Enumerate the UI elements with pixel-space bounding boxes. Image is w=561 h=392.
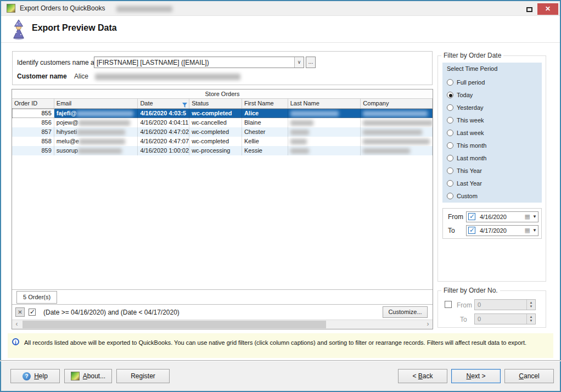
column-header-company[interactable]: Company bbox=[361, 99, 433, 108]
column-header-last-name[interactable]: Last Name bbox=[288, 99, 361, 108]
date-from-picker[interactable]: 4/16/2020 ▦ ▼ bbox=[466, 211, 538, 222]
orderno-to-spinner[interactable]: 0 ▲▼ bbox=[474, 313, 536, 324]
radio-button-icon[interactable] bbox=[447, 104, 453, 111]
radio-button-icon[interactable] bbox=[447, 142, 453, 149]
orderno-from-spinner[interactable]: 0 ▲▼ bbox=[474, 299, 536, 310]
about-button[interactable]: About... bbox=[64, 369, 112, 383]
help-button[interactable]: ?Help bbox=[10, 369, 60, 383]
radio-today[interactable]: Today bbox=[447, 91, 473, 99]
horizontal-scrollbar[interactable]: ‹ › bbox=[12, 320, 433, 329]
column-header-first-name[interactable]: First Name bbox=[242, 99, 288, 108]
filter-enabled-checkbox[interactable] bbox=[29, 309, 36, 316]
cell-last-name[interactable] bbox=[288, 146, 361, 155]
name-format-combobox[interactable]: [FIRSTNAME] [LASTNAME] ([EMAIL]) ∨ bbox=[94, 57, 304, 68]
radio-this-month[interactable]: This month bbox=[447, 141, 486, 150]
maximize-button[interactable] bbox=[523, 4, 536, 14]
order-row-856[interactable]: 856pojew@4/16/2020 4:04:11 Pwc-cancelled… bbox=[12, 118, 433, 127]
radio-button-icon[interactable] bbox=[447, 117, 453, 124]
radio-full-period[interactable]: Full period bbox=[447, 78, 485, 87]
radio-button-icon[interactable] bbox=[447, 79, 453, 86]
order-row-855[interactable]: 855fajefi@4/16/2020 4:03:5wc-completedAl… bbox=[12, 109, 433, 118]
column-header-status[interactable]: Status bbox=[189, 99, 242, 108]
cell-last-name[interactable] bbox=[288, 127, 361, 137]
cell-order-id[interactable]: 857 bbox=[12, 127, 54, 137]
cell-first-name[interactable]: Kellie bbox=[242, 137, 288, 146]
cell-date[interactable]: 4/16/2020 4:03:5 bbox=[138, 109, 189, 118]
orderno-enabled-checkbox[interactable] bbox=[445, 301, 452, 308]
radio-custom[interactable]: Custom bbox=[447, 192, 478, 200]
next-button[interactable]: Next > bbox=[451, 369, 501, 383]
cell-order-id[interactable]: 855 bbox=[12, 109, 54, 118]
cell-last-name[interactable] bbox=[288, 109, 361, 118]
radio-this-week[interactable]: This week bbox=[447, 116, 484, 125]
cell-company[interactable] bbox=[361, 127, 433, 137]
cell-company[interactable] bbox=[361, 146, 433, 155]
redacted-text bbox=[76, 111, 133, 116]
cell-email[interactable]: susorup bbox=[54, 146, 138, 155]
date-to-checkbox[interactable] bbox=[468, 227, 475, 234]
radio-button-icon[interactable] bbox=[447, 130, 453, 136]
cell-date[interactable]: 4/16/2020 4:47:07 P bbox=[138, 137, 189, 146]
radio-yesterday[interactable]: Yesterday bbox=[447, 103, 484, 112]
register-button[interactable]: Register bbox=[116, 369, 170, 383]
column-header-date[interactable]: Date bbox=[138, 99, 189, 108]
cell-date[interactable]: 4/16/2020 4:47:02 P bbox=[138, 127, 189, 137]
cell-status[interactable]: wc-completed bbox=[189, 127, 242, 137]
radio-button-icon[interactable] bbox=[447, 193, 453, 199]
cell-status[interactable]: wc-completed bbox=[189, 109, 242, 118]
scroll-left-icon[interactable]: ‹ bbox=[12, 320, 21, 329]
cell-order-id[interactable]: 856 bbox=[12, 118, 54, 127]
scrollbar-thumb[interactable] bbox=[23, 321, 326, 328]
radio-last-month[interactable]: Last month bbox=[447, 154, 486, 163]
cell-status[interactable]: wc-completed bbox=[189, 137, 242, 146]
cell-status[interactable]: wc-processing bbox=[189, 146, 242, 155]
cell-email[interactable]: fajefi@ bbox=[54, 109, 138, 118]
chevron-down-icon[interactable]: ▼ bbox=[532, 228, 537, 233]
radio-this-year[interactable]: This Year bbox=[447, 166, 482, 175]
chevron-down-icon[interactable]: ∨ bbox=[294, 57, 304, 68]
cell-date[interactable]: 4/16/2020 1:00:02 P bbox=[138, 146, 189, 155]
date-to-picker[interactable]: 4/17/2020 ▦ ▼ bbox=[466, 225, 538, 236]
cancel-button[interactable]: Cancel bbox=[504, 369, 554, 383]
cell-order-id[interactable]: 858 bbox=[12, 137, 54, 146]
scroll-right-icon[interactable]: › bbox=[423, 320, 433, 329]
cell-date[interactable]: 4/16/2020 4:04:11 P bbox=[138, 118, 189, 127]
order-row-859[interactable]: 859susorup4/16/2020 1:00:02 Pwc-processi… bbox=[12, 146, 433, 155]
radio-last-year[interactable]: Last Year bbox=[447, 179, 482, 188]
radio-button-icon[interactable] bbox=[447, 155, 453, 161]
back-button[interactable]: < Back bbox=[398, 369, 447, 383]
order-row-858[interactable]: 858melu@e4/16/2020 4:47:07 Pwc-completed… bbox=[12, 137, 433, 146]
cell-company[interactable] bbox=[361, 137, 433, 146]
cell-company[interactable] bbox=[361, 118, 433, 127]
radio-button-icon[interactable] bbox=[447, 180, 453, 187]
cell-email[interactable]: melu@e bbox=[54, 137, 138, 146]
cell-email[interactable]: pojew@ bbox=[54, 118, 138, 127]
cell-first-name[interactable]: Chester bbox=[242, 127, 288, 137]
close-button[interactable]: ✕ bbox=[537, 3, 558, 15]
cell-email[interactable]: hihyseti bbox=[54, 127, 138, 137]
cell-last-name[interactable] bbox=[288, 137, 361, 146]
radio-last-week[interactable]: Last week bbox=[447, 128, 484, 137]
radio-button-icon[interactable] bbox=[447, 167, 453, 174]
cell-first-name[interactable]: Kessie bbox=[242, 146, 288, 155]
cell-first-name[interactable]: Blaine bbox=[242, 118, 288, 127]
cell-first-name[interactable]: Alice bbox=[242, 109, 288, 118]
filter-funnel-icon[interactable] bbox=[182, 101, 187, 108]
column-header-order-id[interactable]: Order ID bbox=[12, 99, 54, 108]
calendar-icon[interactable]: ▦ bbox=[525, 213, 530, 220]
clear-filter-button[interactable]: ✕ bbox=[15, 307, 25, 317]
cell-company[interactable] bbox=[361, 109, 433, 118]
spinner-arrows-icon[interactable]: ▲▼ bbox=[526, 300, 535, 310]
chevron-down-icon[interactable]: ▼ bbox=[532, 214, 537, 219]
cell-status[interactable]: wc-cancelled bbox=[189, 118, 242, 127]
name-format-more-button[interactable]: ... bbox=[306, 57, 316, 68]
column-header-email[interactable]: Email bbox=[54, 99, 138, 108]
radio-button-icon[interactable] bbox=[447, 92, 453, 98]
order-row-857[interactable]: 857hihyseti4/16/2020 4:47:02 Pwc-complet… bbox=[12, 127, 433, 137]
cell-order-id[interactable]: 859 bbox=[12, 146, 54, 155]
customize-filter-button[interactable]: Customize... bbox=[383, 306, 428, 318]
spinner-arrows-icon[interactable]: ▲▼ bbox=[526, 314, 535, 324]
date-from-checkbox[interactable] bbox=[468, 213, 475, 220]
calendar-icon[interactable]: ▦ bbox=[525, 227, 530, 234]
cell-last-name[interactable] bbox=[288, 118, 361, 127]
